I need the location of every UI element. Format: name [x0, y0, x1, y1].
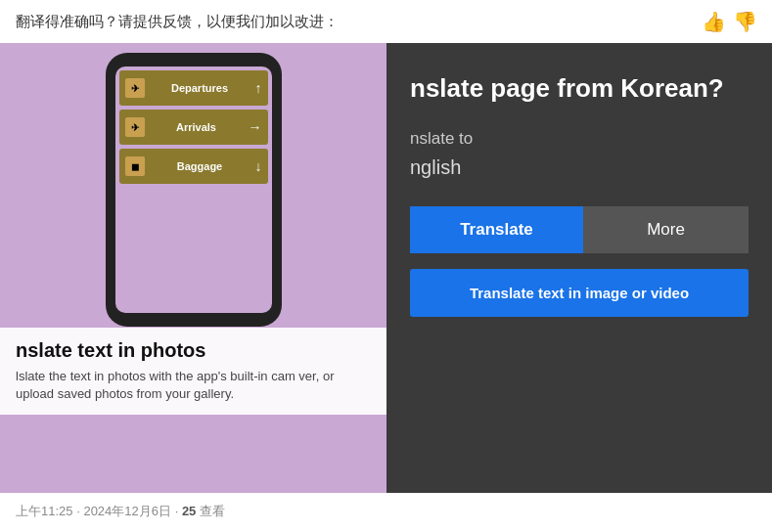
feedback-text: 翻译得准确吗？请提供反馈，以便我们加以改进：: [16, 13, 690, 31]
translate-popup: nslate page from Korean? nslate to nglis…: [386, 43, 772, 493]
phone-outer: ✈ Departures ↑ ✈ Arrivals → ◼ Baggage ↓: [106, 53, 282, 327]
phone-mockup: ✈ Departures ↑ ✈ Arrivals → ◼ Baggage ↓: [106, 53, 282, 327]
card-text-area: nslate text in photos lslate the text in…: [0, 328, 386, 415]
airport-row-baggage: ◼ Baggage ↓: [119, 149, 268, 184]
translate-button[interactable]: Translate: [410, 206, 583, 253]
footer-dot: ·: [175, 504, 182, 518]
airport-row-departures: ✈ Departures ↑: [119, 70, 268, 106]
translate-image-button[interactable]: Translate text in image or video: [410, 269, 749, 317]
footer-time: 上午11:25: [16, 504, 73, 518]
thumbup-icon[interactable]: 👍: [702, 10, 725, 33]
translate-language: nglish: [410, 156, 749, 179]
footer-views: 25: [182, 504, 196, 518]
card-title: nslate text in photos: [16, 339, 371, 362]
thumbdown-icon[interactable]: 👎: [733, 10, 756, 33]
arrivals-arrow: →: [249, 119, 262, 135]
left-panel: ✈ Departures ↑ ✈ Arrivals → ◼ Baggage ↓: [0, 43, 386, 493]
baggage-arrow: ↓: [255, 158, 262, 174]
arrivals-label: Arrivals: [149, 121, 245, 133]
card-desc: lslate the text in photos with the app's…: [16, 368, 371, 403]
departures-arrow: ↑: [255, 80, 262, 96]
airport-row-arrivals: ✈ Arrivals →: [119, 110, 268, 145]
arrivals-icon: ✈: [125, 117, 145, 137]
departures-icon: ✈: [125, 78, 145, 98]
more-button[interactable]: More: [583, 206, 749, 253]
translate-buttons: Translate More: [410, 206, 749, 253]
feedback-icons: 👍 👎: [702, 10, 756, 33]
footer-date: 2024年12月6日: [83, 504, 171, 518]
feedback-bar: 翻译得准确吗？请提供反馈，以便我们加以改进： 👍 👎: [0, 0, 772, 43]
phone-screen: ✈ Departures ↑ ✈ Arrivals → ◼ Baggage ↓: [115, 66, 272, 313]
footer: 上午11:25 · 2024年12月6日 · 25 查看: [16, 503, 225, 520]
footer-views-label: 查看: [200, 504, 225, 518]
main-content: ✈ Departures ↑ ✈ Arrivals → ◼ Baggage ↓: [0, 43, 772, 493]
baggage-label: Baggage: [149, 160, 251, 172]
translate-title: nslate page from Korean?: [410, 72, 749, 106]
baggage-icon: ◼: [125, 156, 145, 176]
translate-to-label: nslate to: [410, 129, 749, 149]
departures-label: Departures: [149, 82, 251, 94]
